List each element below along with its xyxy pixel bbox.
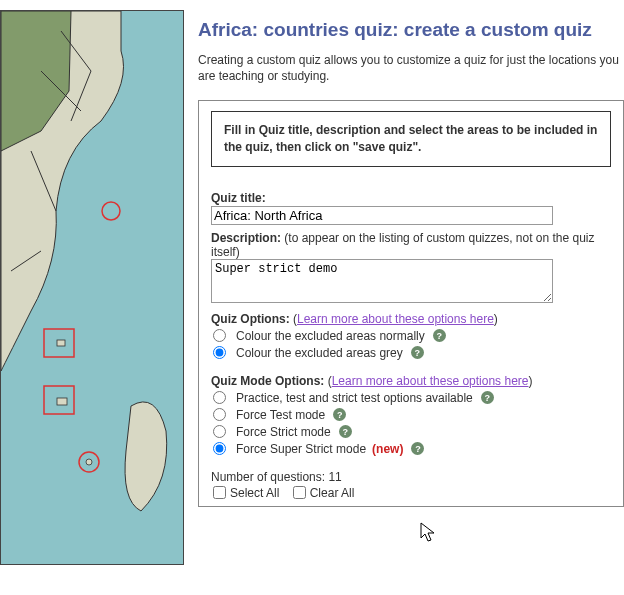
quiz-options-learn-link[interactable]: Learn more about these options here: [297, 312, 494, 326]
intro-text: Creating a custom quiz allows you to cus…: [198, 52, 624, 84]
mode-strict-radio[interactable]: [213, 425, 226, 438]
quiz-title-input[interactable]: [211, 206, 553, 225]
new-tag: (new): [372, 442, 403, 456]
quiz-options-label: Quiz Options:: [211, 312, 290, 326]
description-label: Description:: [211, 231, 281, 245]
num-questions-value: 11: [328, 470, 341, 484]
color-grey-radio[interactable]: [213, 346, 226, 359]
svg-point-3: [86, 459, 92, 465]
quiz-title-label: Quiz title:: [211, 191, 611, 205]
color-normal-radio[interactable]: [213, 329, 226, 342]
mode-strict-label: Force Strict mode: [236, 425, 331, 439]
page-title: Africa: countries quiz: create a custom …: [198, 18, 624, 42]
help-icon[interactable]: ?: [411, 346, 424, 359]
svg-rect-2: [57, 398, 67, 405]
mode-practice-radio[interactable]: [213, 391, 226, 404]
africa-map[interactable]: [0, 10, 184, 565]
mode-options-learn-link[interactable]: Learn more about these options here: [332, 374, 529, 388]
help-icon[interactable]: ?: [481, 391, 494, 404]
color-normal-label: Colour the excluded areas normally: [236, 329, 425, 343]
mode-test-label: Force Test mode: [236, 408, 325, 422]
clear-all-checkbox[interactable]: [293, 486, 306, 499]
svg-rect-1: [57, 340, 65, 346]
select-all-checkbox[interactable]: [213, 486, 226, 499]
quiz-form: Fill in Quiz title, description and sele…: [198, 100, 624, 507]
mode-superstrict-label: Force Super Strict mode: [236, 442, 366, 456]
help-icon[interactable]: ?: [333, 408, 346, 421]
instruction-box: Fill in Quiz title, description and sele…: [211, 111, 611, 167]
mode-superstrict-radio[interactable]: [213, 442, 226, 455]
mode-test-radio[interactable]: [213, 408, 226, 421]
select-all-label: Select All: [230, 486, 279, 500]
help-icon[interactable]: ?: [339, 425, 352, 438]
mode-options-label: Quiz Mode Options:: [211, 374, 324, 388]
num-questions-label: Number of questions:: [211, 470, 328, 484]
help-icon[interactable]: ?: [433, 329, 446, 342]
mode-practice-label: Practice, test and strict test options a…: [236, 391, 473, 405]
color-grey-label: Colour the excluded areas grey: [236, 346, 403, 360]
clear-all-label: Clear All: [310, 486, 355, 500]
help-icon[interactable]: ?: [411, 442, 424, 455]
description-input[interactable]: [211, 259, 553, 303]
map-svg: [1, 11, 184, 565]
